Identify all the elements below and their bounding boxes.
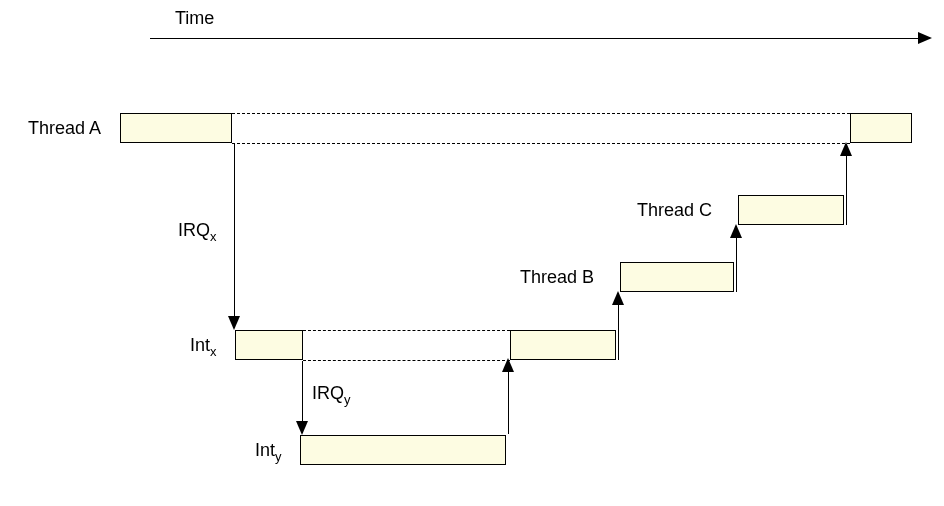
int-x-box-1 <box>235 330 303 360</box>
time-axis-label: Time <box>175 8 214 29</box>
thread-a-box-1 <box>120 113 232 143</box>
int-x-box-2 <box>510 330 616 360</box>
irq-x-label: IRQx <box>178 220 217 244</box>
thread-a-dash-top <box>232 113 850 114</box>
int-y-label: Inty <box>255 440 282 464</box>
irq-y-label: IRQy <box>312 383 351 407</box>
return-arrow-threadc-threada <box>846 144 847 225</box>
thread-b-label: Thread B <box>520 267 594 288</box>
thread-c-box <box>738 195 844 225</box>
thread-a-box-2 <box>850 113 912 143</box>
thread-a-label: Thread A <box>28 118 101 139</box>
thread-a-dash-bottom <box>232 143 850 144</box>
int-y-box <box>300 435 506 465</box>
irq-y-arrow <box>302 361 303 433</box>
int-x-dash-top <box>303 330 510 331</box>
return-arrow-intx-threadb <box>618 293 619 360</box>
thread-b-box <box>620 262 734 292</box>
return-arrow-threadb-threadc <box>736 226 737 292</box>
return-arrow-inty-intx <box>508 360 509 434</box>
int-x-dash-bottom <box>303 360 510 361</box>
time-axis-arrow <box>150 38 930 39</box>
int-x-label: Intx <box>190 335 217 359</box>
thread-c-label: Thread C <box>637 200 712 221</box>
irq-x-arrow <box>234 144 235 328</box>
